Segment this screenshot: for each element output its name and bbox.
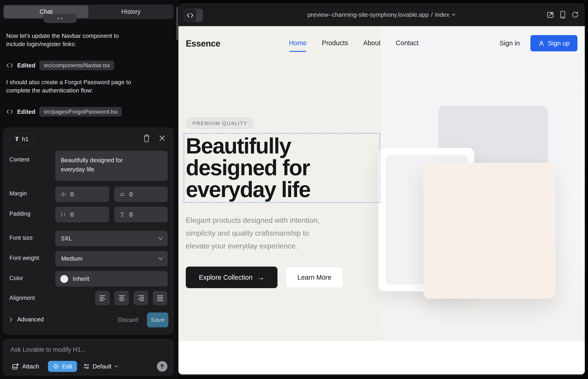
- chat-message: Now let's update the Navbar component to…: [6, 32, 164, 48]
- text-type-icon: TT: [15, 136, 19, 142]
- color-select[interactable]: Inherit: [55, 271, 168, 286]
- chevron-right-icon: [9, 317, 13, 322]
- align-right-button[interactable]: [134, 291, 148, 305]
- edit-mode-button[interactable]: Edit: [48, 361, 77, 372]
- sliders-icon: [83, 363, 90, 370]
- padding-x-input[interactable]: 0: [55, 207, 109, 222]
- url-host: preview--charming-site-symphony.lovable.…: [308, 11, 429, 18]
- code-icon: [6, 63, 13, 68]
- padding-y-input[interactable]: 0: [114, 207, 168, 222]
- chat-composer: Ask Lovable to modify H1... Attach Edit …: [3, 339, 174, 376]
- padding-label: Padding: [9, 210, 31, 217]
- close-panel-icon[interactable]: [159, 135, 166, 142]
- discard-button[interactable]: Discard: [118, 316, 138, 323]
- scrolled-message-pill: [44, 14, 77, 23]
- chat-scrollbar-thumb[interactable]: [176, 7, 178, 40]
- open-external-icon[interactable]: [547, 11, 554, 18]
- nav-about[interactable]: About: [363, 39, 381, 47]
- content-textarea[interactable]: Beautifully designed for everyday life: [55, 151, 168, 181]
- chevron-down-icon: [451, 13, 456, 16]
- sidebar: Chat History Now let's update the Navbar…: [0, 0, 178, 379]
- hero-heading[interactable]: Beautifully designed for everyday life: [186, 135, 310, 200]
- save-button[interactable]: Save: [147, 313, 168, 327]
- composer-input[interactable]: Ask Lovable to modify H1...: [11, 346, 86, 353]
- edited-file-row: Edited src/pages/ForgotPassword.tsx: [6, 107, 122, 117]
- delete-element-button[interactable]: [143, 134, 150, 143]
- font-size-label: Font size: [9, 235, 32, 241]
- signup-button[interactable]: Sign up: [530, 35, 577, 51]
- element-editor-panel: TT h1 Content Beautifully designed for e…: [3, 127, 174, 334]
- url-bar[interactable]: preview--charming-site-symphony.lovable.…: [178, 3, 585, 26]
- decor-card-cream: [423, 163, 556, 299]
- nav-contact[interactable]: Contact: [396, 39, 419, 47]
- align-left-button[interactable]: [95, 291, 110, 305]
- url-separator: /: [431, 11, 433, 18]
- mobile-view-icon[interactable]: [560, 11, 566, 19]
- color-swatch: [60, 275, 68, 283]
- alignment-label: Alignment: [9, 295, 35, 301]
- margin-vertical-icon: [119, 191, 125, 197]
- mode-select[interactable]: Default: [83, 363, 118, 370]
- chat-history-tabbar: Chat History: [3, 5, 174, 19]
- arrow-right-icon: →: [257, 273, 264, 282]
- send-button[interactable]: [157, 361, 167, 372]
- crosshair-icon: [52, 363, 59, 370]
- explore-collection-button[interactable]: Explore Collection →: [186, 267, 278, 288]
- selected-element-pill[interactable]: TT h1: [9, 133, 35, 145]
- margin-x-input[interactable]: 0: [55, 187, 109, 202]
- site-logo[interactable]: Essence: [186, 39, 220, 49]
- chat-message: I should also create a Forgot Password p…: [6, 78, 164, 95]
- preview-browser-frame: preview--charming-site-symphony.lovable.…: [178, 3, 585, 376]
- tab-history[interactable]: History: [88, 5, 174, 19]
- site-nav: Home Products About Contact: [289, 39, 419, 47]
- composer-toolbar: Attach Edit Default: [3, 360, 174, 372]
- align-justify-button[interactable]: [153, 291, 167, 305]
- font-weight-label: Font weight: [9, 255, 39, 261]
- dot: [58, 18, 59, 19]
- font-weight-select[interactable]: Medium: [55, 251, 168, 266]
- edited-file-badge[interactable]: src/pages/ForgotPassword.tsx: [39, 107, 122, 117]
- element-tag: h1: [22, 136, 29, 143]
- edited-file-badge[interactable]: src/components/Navbar.tsx: [39, 61, 114, 70]
- learn-more-button[interactable]: Learn More: [286, 267, 343, 288]
- padding-vertical-icon: [119, 211, 125, 218]
- edited-label: Edited: [17, 62, 35, 69]
- dot: [62, 18, 62, 19]
- advanced-expander[interactable]: Advanced: [9, 316, 44, 323]
- attach-button[interactable]: Attach: [12, 363, 39, 370]
- user-icon: [538, 40, 545, 47]
- nav-home[interactable]: Home: [289, 39, 307, 47]
- color-label: Color: [9, 275, 23, 282]
- hero-description: Elegant products designed with intention…: [186, 214, 320, 252]
- chevron-down-icon: [158, 257, 163, 260]
- margin-label: Margin: [9, 190, 27, 197]
- edited-file-row: Edited src/components/Navbar.tsx: [6, 60, 114, 71]
- refresh-icon[interactable]: [572, 11, 579, 18]
- site-preview: Essence Home Products About Contact Sign…: [178, 26, 585, 374]
- frame-actions: [547, 3, 579, 26]
- content-label: Content: [9, 156, 30, 163]
- margin-y-input[interactable]: 0: [114, 187, 168, 202]
- hero-badge: PREMIUM QUALITY: [186, 117, 254, 129]
- font-size-select[interactable]: 5XL: [55, 231, 168, 246]
- align-center-button[interactable]: [114, 291, 129, 305]
- code-icon: [6, 109, 13, 114]
- edited-label: Edited: [17, 108, 35, 115]
- margin-horizontal-icon: [60, 191, 66, 197]
- chevron-down-icon: [114, 365, 118, 368]
- attach-image-icon: [12, 363, 19, 370]
- chevron-down-icon: [158, 237, 163, 240]
- url-page[interactable]: index: [435, 11, 449, 18]
- padding-horizontal-icon: [60, 211, 66, 218]
- nav-products[interactable]: Products: [322, 39, 348, 47]
- signin-link[interactable]: Sign in: [499, 39, 520, 47]
